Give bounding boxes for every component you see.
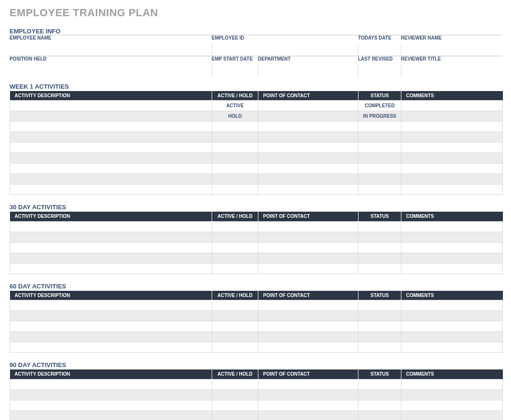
- cell-active_hold[interactable]: [212, 263, 258, 274]
- cell-active_hold[interactable]: [212, 132, 258, 143]
- cell-poc[interactable]: [258, 122, 358, 132]
- value-department[interactable]: [258, 65, 358, 77]
- value-employee-id[interactable]: [212, 44, 258, 56]
- cell-description[interactable]: [10, 122, 212, 132]
- cell-active_hold[interactable]: [212, 379, 258, 389]
- cell-status[interactable]: IN PROGRESS: [358, 111, 401, 122]
- cell-status[interactable]: [358, 379, 401, 389]
- cell-description[interactable]: [10, 400, 212, 410]
- cell-status[interactable]: [358, 132, 401, 143]
- cell-description[interactable]: [10, 111, 212, 122]
- cell-comments[interactable]: [401, 132, 503, 143]
- cell-status[interactable]: [358, 342, 401, 353]
- cell-poc[interactable]: [258, 321, 358, 332]
- cell-comments[interactable]: [401, 122, 503, 132]
- cell-comments[interactable]: [401, 101, 503, 111]
- cell-description[interactable]: [10, 242, 212, 253]
- cell-status[interactable]: [358, 332, 401, 342]
- cell-active_hold[interactable]: [212, 253, 258, 263]
- cell-poc[interactable]: [258, 332, 358, 342]
- cell-comments[interactable]: [401, 332, 503, 342]
- cell-comments[interactable]: [401, 242, 503, 253]
- cell-description[interactable]: [10, 300, 212, 311]
- cell-comments[interactable]: [401, 400, 503, 410]
- value-todays-date[interactable]: [358, 44, 401, 56]
- value-reviewer-name[interactable]: [401, 44, 502, 56]
- cell-active_hold[interactable]: [212, 184, 258, 195]
- cell-description[interactable]: [10, 321, 212, 332]
- cell-active_hold[interactable]: [212, 164, 258, 174]
- cell-description[interactable]: [10, 311, 212, 321]
- cell-poc[interactable]: [258, 342, 358, 353]
- cell-status[interactable]: [358, 321, 401, 332]
- value-last-revised[interactable]: [358, 65, 401, 77]
- cell-comments[interactable]: [401, 153, 503, 164]
- cell-description[interactable]: [10, 263, 212, 274]
- cell-comments[interactable]: [401, 342, 503, 353]
- cell-status[interactable]: [358, 311, 401, 321]
- cell-status[interactable]: [358, 184, 401, 195]
- cell-poc[interactable]: [258, 111, 358, 122]
- cell-active_hold[interactable]: [212, 321, 258, 332]
- cell-active_hold[interactable]: [212, 410, 258, 420]
- cell-status[interactable]: [358, 400, 401, 410]
- cell-active_hold[interactable]: [212, 153, 258, 164]
- cell-description[interactable]: [10, 143, 212, 153]
- cell-poc[interactable]: [258, 300, 358, 311]
- cell-poc[interactable]: [258, 232, 358, 242]
- cell-active_hold[interactable]: [212, 242, 258, 253]
- value-reviewer-title[interactable]: [401, 65, 502, 77]
- cell-description[interactable]: [10, 410, 212, 420]
- cell-status[interactable]: [358, 143, 401, 153]
- cell-status[interactable]: [358, 410, 401, 420]
- cell-status[interactable]: [358, 174, 401, 184]
- cell-description[interactable]: [10, 153, 212, 164]
- cell-description[interactable]: [10, 253, 212, 263]
- cell-status[interactable]: [358, 221, 401, 232]
- cell-poc[interactable]: [258, 101, 358, 111]
- cell-active_hold[interactable]: [212, 221, 258, 232]
- value-employee-name[interactable]: [10, 44, 212, 56]
- cell-description[interactable]: [10, 221, 212, 232]
- cell-comments[interactable]: [401, 389, 503, 400]
- cell-description[interactable]: [10, 389, 212, 400]
- cell-comments[interactable]: [401, 143, 503, 153]
- cell-comments[interactable]: [401, 321, 503, 332]
- cell-status[interactable]: [358, 242, 401, 253]
- cell-status[interactable]: [358, 122, 401, 132]
- cell-comments[interactable]: [401, 263, 503, 274]
- cell-active_hold[interactable]: [212, 232, 258, 242]
- cell-poc[interactable]: [258, 184, 358, 195]
- cell-description[interactable]: [10, 132, 212, 143]
- cell-status[interactable]: [358, 263, 401, 274]
- cell-active_hold[interactable]: [212, 342, 258, 353]
- value-emp-start-date[interactable]: [212, 65, 258, 77]
- cell-status[interactable]: [358, 300, 401, 311]
- value-position-held[interactable]: [10, 65, 212, 77]
- cell-comments[interactable]: [401, 311, 503, 321]
- cell-active_hold[interactable]: [212, 389, 258, 400]
- cell-comments[interactable]: [401, 184, 503, 195]
- cell-poc[interactable]: [258, 263, 358, 274]
- cell-poc[interactable]: [258, 389, 358, 400]
- cell-comments[interactable]: [401, 253, 503, 263]
- cell-status[interactable]: [358, 253, 401, 263]
- cell-description[interactable]: [10, 184, 212, 195]
- cell-description[interactable]: [10, 232, 212, 242]
- cell-description[interactable]: [10, 342, 212, 353]
- cell-poc[interactable]: [258, 253, 358, 263]
- cell-comments[interactable]: [401, 221, 503, 232]
- cell-poc[interactable]: [258, 164, 358, 174]
- cell-poc[interactable]: [258, 311, 358, 321]
- cell-description[interactable]: [10, 332, 212, 342]
- cell-comments[interactable]: [401, 111, 503, 122]
- cell-active_hold[interactable]: [212, 400, 258, 410]
- cell-active_hold[interactable]: [212, 122, 258, 132]
- cell-description[interactable]: [10, 101, 212, 111]
- cell-poc[interactable]: [258, 143, 358, 153]
- cell-active_hold[interactable]: HOLD: [212, 111, 258, 122]
- cell-comments[interactable]: [401, 174, 503, 184]
- cell-comments[interactable]: [401, 379, 503, 389]
- cell-status[interactable]: [358, 164, 401, 174]
- cell-status[interactable]: COMPLETED: [358, 101, 401, 111]
